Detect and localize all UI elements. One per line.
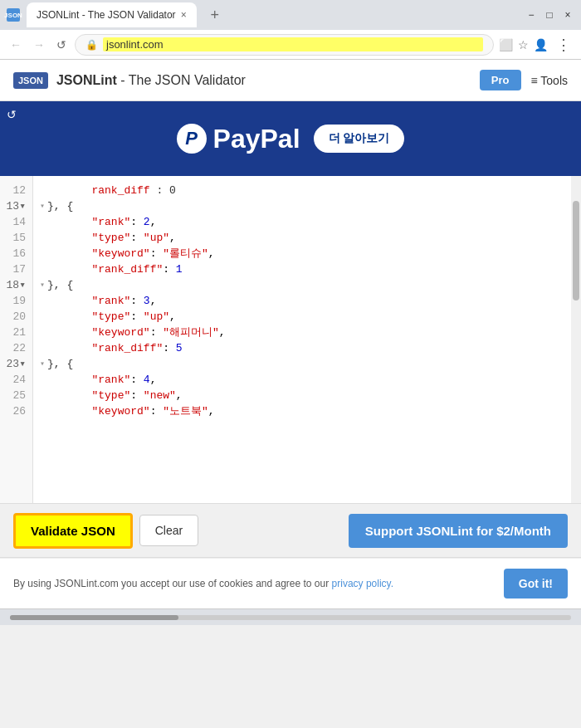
- code-line-12: rank_diff : 0: [40, 183, 574, 198]
- cookie-message: By using JSONLint.com you accept our use…: [13, 578, 329, 589]
- line-num-14: 14: [0, 214, 32, 230]
- url-display: jsonlint.com: [103, 37, 483, 51]
- cookie-notice: By using JSONLint.com you accept our use…: [0, 558, 581, 608]
- code-line-19: "rank": 3,: [40, 293, 574, 309]
- browser-menu-btn[interactable]: ⋮: [553, 34, 574, 56]
- line-num-20: 20: [0, 309, 32, 325]
- horizontal-scrollbar[interactable]: [10, 615, 571, 620]
- cookie-text: By using JSONLint.com you accept our use…: [13, 577, 494, 591]
- scrollbar-thumb-v[interactable]: [573, 201, 579, 300]
- code-line-13: ▾ }, {: [40, 198, 574, 214]
- toggle-13[interactable]: ▾: [40, 198, 45, 214]
- tab-favicon: JSON: [7, 8, 20, 22]
- ad-refresh-icon[interactable]: ↺: [7, 108, 17, 121]
- toggle-23[interactable]: ▾: [40, 356, 45, 372]
- vertical-scrollbar[interactable]: [571, 176, 581, 503]
- line-num-23: 23▾: [0, 356, 32, 372]
- scroll-thumb-h[interactable]: [10, 615, 178, 620]
- clear-button[interactable]: Clear: [139, 515, 198, 546]
- code-line-22: "rank_diff": 5: [40, 340, 574, 356]
- code-line-24: "rank": 4,: [40, 372, 574, 388]
- code-line-14: "rank": 2,: [40, 214, 574, 230]
- paypal-text: PayPal: [213, 124, 300, 154]
- browser-chrome: JSON JSONLint - The JSON Validator × + −…: [0, 0, 581, 60]
- line-num-16: 16: [0, 246, 32, 261]
- title-bar: JSON JSONLint - The JSON Validator × + −…: [0, 0, 581, 30]
- tab-close-btn[interactable]: ×: [181, 9, 187, 21]
- site-title: JSONLint - The JSON Validator: [56, 73, 480, 88]
- editor-inner: 12 13▾ 14 15 16 17 18▾ 19 20 21 22 23▾ 2…: [0, 176, 581, 503]
- validate-json-button[interactable]: Validate JSON: [13, 513, 133, 549]
- code-line-15: "type": "up",: [40, 230, 574, 246]
- code-line-17: "rank_diff": 1: [40, 261, 574, 277]
- line-num-24: 24: [0, 372, 32, 388]
- line-numbers: 12 13▾ 14 15 16 17 18▾ 19 20 21 22 23▾ 2…: [0, 176, 33, 503]
- address-box[interactable]: 🔒 jsonlint.com: [75, 34, 494, 56]
- ad-banner: ↺ P PayPal 더 알아보기: [0, 101, 581, 176]
- new-tab-btn[interactable]: +: [203, 3, 227, 27]
- line-num-12: 12: [0, 183, 32, 198]
- paypal-icon: P: [177, 124, 207, 154]
- tab-label: JSONLint - The JSON Validator: [37, 9, 176, 21]
- back-btn[interactable]: ←: [7, 35, 25, 55]
- line-num-25: 25: [0, 388, 32, 403]
- account-icon[interactable]: 👤: [534, 38, 548, 51]
- code-line-25: "type": "new",: [40, 388, 574, 403]
- paypal-logo: P PayPal: [177, 124, 300, 154]
- ad-content: P PayPal 더 알아보기: [177, 124, 405, 154]
- pro-button[interactable]: Pro: [480, 70, 521, 90]
- code-line-18: ▾ }, {: [40, 277, 574, 293]
- line-num-17: 17: [0, 261, 32, 277]
- line-num-13: 13▾: [0, 198, 32, 214]
- ad-cta-btn[interactable]: 더 알아보기: [314, 125, 405, 153]
- status-bar: [0, 608, 581, 625]
- close-btn[interactable]: ×: [561, 8, 574, 22]
- lock-icon: 🔒: [85, 39, 98, 51]
- address-bar: ← → ↺ 🔒 jsonlint.com ⬜ ☆ 👤 ⋮: [0, 30, 581, 60]
- window-controls: − □ ×: [525, 8, 574, 22]
- site-header: JSON JSONLint - The JSON Validator Pro ≡…: [0, 60, 581, 101]
- forward-btn[interactable]: →: [30, 35, 48, 55]
- line-num-22: 22: [0, 340, 32, 356]
- bookmark-icon[interactable]: ☆: [518, 38, 529, 51]
- active-tab[interactable]: JSONLint - The JSON Validator ×: [27, 2, 197, 27]
- line-num-26: 26: [0, 403, 32, 419]
- code-content[interactable]: rank_diff : 0 ▾ }, { "rank": 2, "type": …: [33, 176, 581, 503]
- support-button[interactable]: Support JSONLint for $2/Month: [349, 514, 568, 548]
- site-title-bold: JSONLint: [56, 73, 117, 87]
- cast-icon[interactable]: ⬜: [499, 38, 513, 51]
- refresh-btn[interactable]: ↺: [53, 35, 70, 55]
- site-title-rest: - The JSON Validator: [117, 73, 246, 87]
- address-icons: ⬜ ☆ 👤: [499, 38, 548, 51]
- line-num-18: 18▾: [0, 277, 32, 293]
- maximize-btn[interactable]: □: [543, 8, 556, 22]
- privacy-policy-link[interactable]: privacy policy.: [332, 578, 393, 589]
- toggle-18[interactable]: ▾: [40, 277, 45, 293]
- code-line-23: ▾ }, {: [40, 356, 574, 372]
- line-num-21: 21: [0, 325, 32, 340]
- code-line-16: "keyword": "롤티슈",: [40, 246, 574, 261]
- got-it-button[interactable]: Got it!: [504, 569, 568, 599]
- tools-menu-btn[interactable]: ≡ Tools: [531, 74, 569, 87]
- code-editor[interactable]: 12 13▾ 14 15 16 17 18▾ 19 20 21 22 23▾ 2…: [0, 176, 581, 504]
- line-num-15: 15: [0, 230, 32, 246]
- code-line-21: "keyword": "해피머니",: [40, 325, 574, 340]
- line-num-19: 19: [0, 293, 32, 309]
- site-logo: JSON: [13, 72, 48, 89]
- bottom-bar: Validate JSON Clear Support JSONLint for…: [0, 504, 581, 558]
- code-line-20: "type": "up",: [40, 309, 574, 325]
- minimize-btn[interactable]: −: [525, 8, 538, 22]
- code-line-26: "keyword": "노트북",: [40, 403, 574, 419]
